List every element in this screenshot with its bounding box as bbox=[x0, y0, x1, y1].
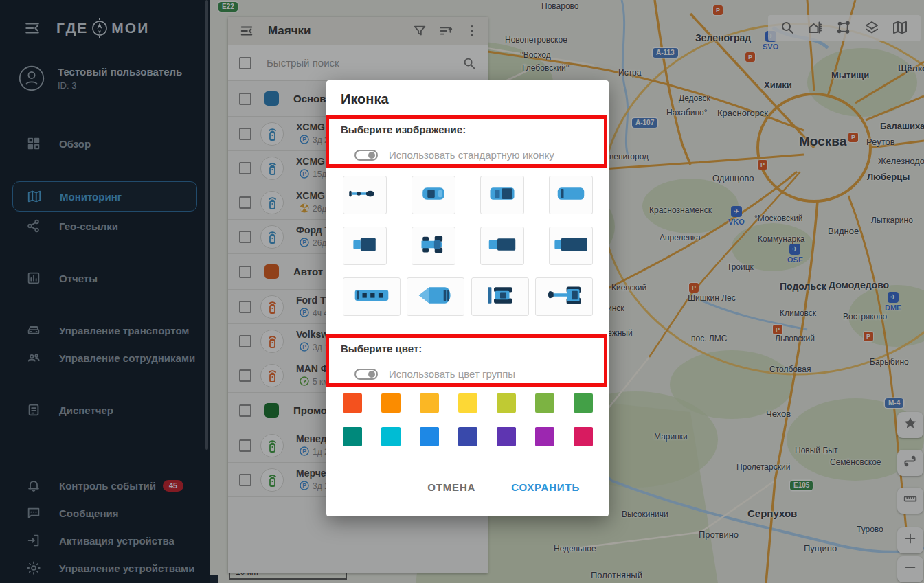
color-swatch[interactable] bbox=[535, 393, 554, 413]
icon-option-bulldozer[interactable] bbox=[471, 277, 529, 316]
motorcycle-icon bbox=[346, 181, 384, 209]
icon-option-car[interactable] bbox=[412, 176, 455, 214]
tractor-icon bbox=[414, 232, 453, 260]
annotation-highlight-image-section bbox=[326, 115, 607, 168]
light-truck-icon bbox=[346, 232, 384, 260]
icon-option-bus[interactable] bbox=[343, 277, 401, 316]
color-swatch[interactable] bbox=[574, 393, 593, 413]
color-swatch[interactable] bbox=[343, 427, 362, 446]
color-swatch[interactable] bbox=[343, 393, 362, 413]
car-icon bbox=[414, 181, 453, 209]
icon-option-tractor[interactable] bbox=[412, 227, 455, 265]
color-swatch[interactable] bbox=[535, 427, 554, 446]
icon-option-box-truck[interactable] bbox=[480, 227, 524, 265]
color-swatches bbox=[343, 393, 593, 461]
color-swatch[interactable] bbox=[497, 427, 516, 446]
color-swatch[interactable] bbox=[381, 393, 401, 413]
icon-option-minivan[interactable] bbox=[549, 176, 593, 214]
excavator-icon bbox=[538, 283, 590, 310]
color-swatch[interactable] bbox=[574, 427, 593, 446]
swatch-row bbox=[343, 393, 593, 413]
icon-option-motorcycle[interactable] bbox=[343, 176, 387, 214]
color-swatch[interactable] bbox=[420, 393, 439, 413]
icon-option-light-truck[interactable] bbox=[343, 227, 387, 265]
bulldozer-icon bbox=[474, 283, 526, 310]
icon-option-boat[interactable] bbox=[407, 277, 464, 316]
save-button[interactable]: СОХРАНИТЬ bbox=[510, 477, 581, 497]
bus-icon bbox=[346, 283, 398, 310]
boat-icon bbox=[409, 283, 462, 310]
icon-option-semi-truck[interactable] bbox=[549, 227, 593, 265]
icon-grid-row bbox=[343, 227, 593, 265]
pickup-icon bbox=[483, 181, 521, 209]
color-swatch[interactable] bbox=[381, 427, 401, 446]
icon-option-pickup[interactable] bbox=[480, 176, 524, 214]
app-screen: ПоваровоНовопетровское°ВосходГлебовский°… bbox=[0, 0, 924, 583]
icon-grid-row bbox=[343, 277, 593, 316]
semi-truck-icon bbox=[552, 232, 590, 260]
color-swatch[interactable] bbox=[420, 427, 439, 446]
icon-option-excavator[interactable] bbox=[535, 277, 593, 316]
annotation-highlight-color-section bbox=[326, 334, 607, 387]
icon-grid-row bbox=[343, 176, 593, 214]
swatch-row bbox=[343, 427, 593, 446]
dialog-title: Иконка bbox=[341, 91, 389, 107]
cancel-button[interactable]: ОТМЕНА bbox=[426, 477, 477, 497]
color-swatch[interactable] bbox=[497, 393, 516, 413]
box-truck-icon bbox=[483, 232, 521, 260]
minivan-icon bbox=[552, 181, 590, 209]
icon-options-grid bbox=[343, 176, 593, 328]
color-swatch[interactable] bbox=[458, 393, 477, 413]
color-swatch[interactable] bbox=[458, 427, 477, 446]
